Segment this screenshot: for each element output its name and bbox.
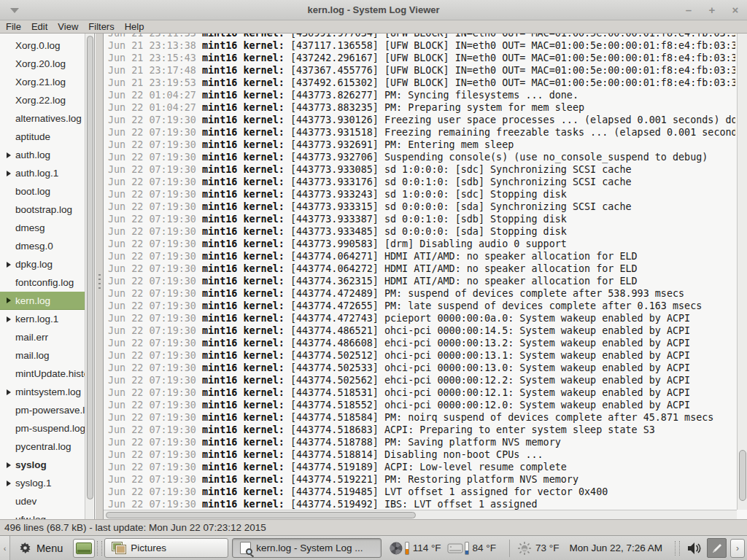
window-shade-icon[interactable] (10, 8, 19, 13)
sidebar-item-fontconfig.log[interactable]: fontconfig.log (0, 273, 85, 292)
log-row: Jun 22 07:19:30 mint16 kernel: [443773.9… (108, 139, 735, 151)
volume-control[interactable] (686, 542, 703, 555)
log-row: Jun 22 07:19:30 mint16 kernel: [443774.4… (108, 287, 735, 300)
sidebar-item-Xorg.0.log[interactable]: Xorg.0.log (0, 36, 85, 55)
tray-grip-icon[interactable] (675, 541, 680, 556)
task-button-pictures[interactable]: Pictures (104, 538, 228, 558)
log-row: Jun 22 07:19:30 mint16 kernel: [443774.4… (108, 312, 735, 324)
sidebar-item-label: mintUpdate.history (15, 368, 85, 379)
log-row: Jun 22 07:19:30 mint16 kernel: [443773.9… (108, 188, 735, 201)
sidebar-item-pm-suspend.log[interactable]: pm-suspend.log (0, 419, 85, 438)
expander-icon[interactable] (7, 152, 11, 158)
sidebar-item-dpkg.log[interactable]: dpkg.log (0, 255, 85, 273)
window-titlebar: kern.log - System Log Viewer – + × (0, 0, 747, 20)
log-row: Jun 22 07:19:30 mint16 kernel: [443773.9… (108, 151, 735, 163)
sidebar-item-label: boot.log (15, 186, 50, 197)
sidebar-item-syslog[interactable]: syslog (0, 456, 85, 474)
panel-grip-icon[interactable] (97, 541, 102, 556)
expander-icon[interactable] (7, 462, 11, 468)
sidebar-item-boot.log[interactable]: boot.log (0, 182, 85, 201)
log-row: Jun 22 01:04:27 mint16 kernel: [443773.8… (108, 89, 735, 101)
sidebar-item-kern.log[interactable]: kern.log (0, 292, 85, 310)
disk-icon (447, 542, 463, 554)
sidebar-item-auth.log.1[interactable]: auth.log.1 (0, 164, 85, 182)
menu-help[interactable]: Help (125, 20, 151, 34)
menu-edit[interactable]: Edit (31, 20, 54, 34)
expander-icon[interactable] (7, 171, 11, 176)
sidebar-item-label: Xorg.0.log (15, 40, 61, 51)
log-viewer-icon (240, 542, 251, 554)
log-row: Jun 22 07:19:30 mint16 kernel: [443773.9… (108, 176, 735, 188)
sidebar-item-ufw.log[interactable]: ufw.log (0, 510, 85, 519)
sidebar-item-auth.log[interactable]: auth.log (0, 146, 85, 164)
status-bar: 496 lines (68.7 kB) - last update: Mon J… (0, 519, 747, 535)
menu-view[interactable]: View (58, 20, 85, 34)
sidebar-item-label: kern.log.1 (15, 314, 58, 324)
sidebar-item-kern.log.1[interactable]: kern.log.1 (0, 310, 85, 328)
sidebar-item-syslog.1[interactable]: syslog.1 (0, 474, 85, 492)
log-row: Jun 22 07:19:30 mint16 kernel: [443774.3… (108, 275, 735, 287)
log-row: Jun 22 07:19:30 mint16 kernel: [443774.5… (108, 349, 735, 362)
log-row: Jun 21 23:15:43 mint16 kernel: [437242.2… (108, 52, 735, 64)
weather-applet[interactable]: 73 °F (517, 541, 559, 556)
clock[interactable]: Mon Jun 22, 7:26 AM (569, 542, 662, 553)
menu-file[interactable]: File (6, 20, 28, 34)
log-vertical-scrollbar[interactable] (737, 34, 747, 510)
log-file-list: Xorg.0.logXorg.20.logXorg.21.logXorg.22.… (0, 34, 85, 519)
sidebar-item-mintsystem.log[interactable]: mintsystem.log (0, 383, 85, 401)
expander-icon[interactable] (7, 298, 11, 303)
expander-icon[interactable] (7, 262, 11, 268)
log-row: Jun 22 07:19:30 mint16 kernel: [443774.5… (108, 498, 735, 510)
log-row: Jun 21 23:17:48 mint16 kernel: [437367.4… (108, 64, 735, 77)
sidebar-item-label: pm-powersave.log (15, 405, 85, 416)
sidebar-item-mail.log[interactable]: mail.log (0, 346, 85, 365)
expander-icon[interactable] (7, 316, 11, 322)
sidebar-item-label: dmesg (15, 222, 45, 233)
pane-splitter[interactable] (96, 34, 104, 519)
log-horizontal-scrollbar[interactable] (104, 510, 737, 519)
sidebar-item-mail.err[interactable]: mail.err (0, 328, 85, 346)
disk-temp-sensor[interactable]: 84 °F (447, 542, 496, 555)
sidebar-item-mintUpdate.history[interactable]: mintUpdate.history (0, 365, 85, 383)
panel-collapse-button[interactable]: ‹ (0, 536, 10, 560)
sidebar-item-Xorg.20.log[interactable]: Xorg.20.log (0, 55, 85, 73)
expander-icon[interactable] (7, 389, 11, 395)
sidebar-item-label: fontconfig.log (15, 277, 74, 288)
annotation-tool-button[interactable] (707, 538, 727, 558)
sidebar-item-pycentral.log[interactable]: pycentral.log (0, 438, 85, 456)
sidebar-scrollbar[interactable] (85, 34, 93, 519)
sidebar-item-udev[interactable]: udev (0, 492, 85, 510)
sidebar-item-Xorg.21.log[interactable]: Xorg.21.log (0, 73, 85, 91)
gear-icon (19, 542, 31, 554)
sidebar-item-Xorg.22.log[interactable]: Xorg.22.log (0, 91, 85, 109)
sidebar-item-label: alternatives.log (15, 113, 82, 124)
sidebar-item-dmesg[interactable]: dmesg (0, 219, 85, 237)
log-horizontal-scrollbar-thumb[interactable] (106, 512, 416, 518)
sidebar-item-alternatives.log[interactable]: alternatives.log (0, 109, 85, 128)
task-button-logviewer[interactable]: kern.log - System Log ... (232, 538, 382, 558)
mint-menu-button[interactable]: Menu (15, 538, 70, 559)
sidebar-item-pm-powersave.log[interactable]: pm-powersave.log (0, 401, 85, 419)
sidebar-item-aptitude[interactable]: aptitude (0, 128, 85, 146)
cpu-temp-sensor[interactable]: 114 °F (389, 541, 441, 556)
minimize-button[interactable]: – (683, 0, 694, 20)
close-button[interactable]: × (729, 0, 741, 20)
sidebar-item-label: syslog.1 (15, 478, 52, 489)
log-row: Jun 22 07:19:30 mint16 kernel: [443774.4… (108, 324, 735, 337)
expander-icon[interactable] (7, 481, 11, 486)
sidebar-item-bootstrap.log[interactable]: bootstrap.log (0, 201, 85, 219)
log-row: Jun 22 07:19:30 mint16 kernel: [443773.9… (108, 163, 735, 176)
log-vertical-scrollbar-thumb[interactable] (739, 450, 746, 501)
log-lines[interactable]: Jun 21 23:11:33 mint16 kernel: [436991.9… (104, 34, 735, 510)
log-row: Jun 22 07:19:30 mint16 kernel: [443774.5… (108, 473, 735, 486)
maximize-button[interactable]: + (706, 0, 718, 20)
paintbrush-icon (711, 542, 724, 555)
sidebar-item-dmesg.0[interactable]: dmesg.0 (0, 237, 85, 255)
menu-filters[interactable]: Filters (88, 20, 120, 34)
log-row: Jun 22 07:19:30 mint16 kernel: [443773.9… (108, 201, 735, 213)
show-desktop-button[interactable] (73, 539, 95, 558)
sidebar-item-label: Xorg.21.log (15, 77, 66, 88)
log-row: Jun 22 07:19:30 mint16 kernel: [443773.9… (108, 126, 735, 139)
sidebar-scrollbar-thumb[interactable] (87, 36, 93, 499)
panel-expand-button[interactable]: › (730, 539, 745, 558)
